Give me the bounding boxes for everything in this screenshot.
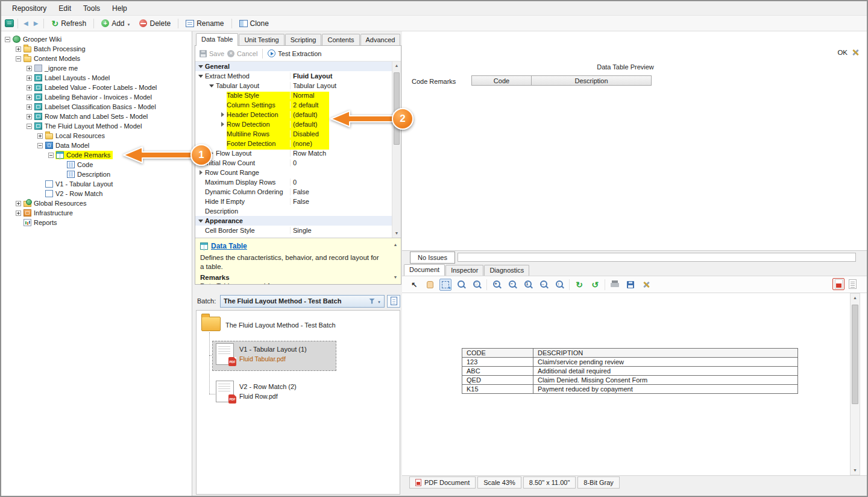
navigate-forward-icon[interactable]: ▶: [32, 20, 40, 27]
property-grid-scrollbar[interactable]: [392, 62, 401, 238]
refresh-button[interactable]: ↻Refresh: [48, 17, 90, 30]
property-value[interactable]: Disabled: [290, 130, 391, 138]
save-image-icon[interactable]: [624, 279, 637, 291]
test-extraction-button[interactable]: Test Extraction: [268, 49, 321, 57]
property-value[interactable]: False: [290, 188, 391, 195]
tree-item-labeled-value-footer-labels-model[interactable]: Labeled Value - Footer Labels - Model: [1, 83, 192, 92]
text-view-toggle-icon[interactable]: [846, 278, 858, 290]
property-row-maximum-display-rows[interactable]: Maximum Display Rows0: [195, 177, 401, 187]
help-title-link[interactable]: Data Table: [211, 242, 247, 250]
property-category-appearance[interactable]: Appearance: [195, 216, 401, 226]
batch-item-v1-tabular-layout[interactable]: PDF V1 - Tabular Layout (1)Fluid Tabular…: [216, 343, 307, 365]
refresh-view-icon[interactable]: [573, 279, 585, 291]
print-icon[interactable]: [609, 279, 621, 291]
pan-tool-icon[interactable]: [424, 279, 436, 291]
expand-icon[interactable]: [16, 211, 21, 216]
chevron-down-icon[interactable]: [198, 72, 205, 80]
chevron-right-icon[interactable]: [219, 121, 227, 128]
batch-folder-icon[interactable]: [201, 317, 221, 331]
tab-contents[interactable]: Contents: [322, 34, 359, 46]
property-value[interactable]: Single: [290, 227, 391, 234]
collapse-icon[interactable]: [27, 124, 32, 129]
rename-button[interactable]: Rename: [182, 17, 227, 30]
tab-unit-testing[interactable]: Unit Testing: [239, 34, 284, 46]
scroll-up-icon[interactable]: [851, 294, 860, 302]
property-row-footer-detection[interactable]: Footer Detection(none): [195, 139, 401, 148]
no-issues-tab[interactable]: No Issues: [410, 252, 455, 264]
property-row-description[interactable]: Description: [195, 206, 401, 216]
property-row-table-style[interactable]: Table StyleNormal: [195, 90, 401, 100]
tab-data-table[interactable]: Data Table: [196, 33, 238, 46]
scroll-up-icon[interactable]: [392, 62, 401, 70]
property-row-row-count-range[interactable]: Row Count Range: [195, 168, 401, 177]
property-value[interactable]: 0: [290, 179, 391, 186]
viewer-settings-icon[interactable]: [640, 279, 652, 291]
tab-document[interactable]: Document: [404, 264, 445, 276]
tree-item-v2-row-match[interactable]: V2 - Row Match: [1, 189, 192, 198]
property-row-column-settings[interactable]: Column Settings2 default: [195, 100, 401, 110]
tree-item-ignore-me[interactable]: _ignore me: [1, 63, 192, 73]
tree-item-infrastructure[interactable]: Infrastructure: [1, 208, 192, 218]
property-value[interactable]: 2 default: [290, 101, 391, 109]
expand-icon[interactable]: [27, 104, 32, 110]
expand-icon[interactable]: [27, 114, 32, 119]
property-value[interactable]: False: [290, 198, 391, 205]
collapse-icon[interactable]: [5, 37, 10, 42]
tree-item-global-resources[interactable]: Global Resources: [1, 198, 192, 208]
repository-tree-panel[interactable]: Grooper Wiki Batch Processing Content Mo…: [1, 31, 192, 496]
preview-column-code[interactable]: Code: [471, 75, 532, 86]
property-row-hide-if-empty[interactable]: Hide If EmptyFalse: [195, 197, 401, 206]
property-value[interactable]: (none): [290, 140, 391, 147]
tree-item-reports[interactable]: Reports: [1, 218, 192, 227]
tab-diagnostics[interactable]: Diagnostics: [484, 265, 529, 276]
pointer-tool-icon[interactable]: [408, 279, 420, 291]
batch-selector[interactable]: The Fluid Layout Method - Test Batch: [220, 295, 385, 308]
expand-icon[interactable]: [27, 95, 32, 100]
help-scrollbar[interactable]: [391, 241, 400, 282]
document-scrollbar[interactable]: [850, 293, 860, 475]
tree-item-row-match-and-label-sets-model[interactable]: Row Match and Label Sets - Model: [1, 112, 192, 121]
property-row-multiline-rows[interactable]: Multiline RowsDisabled: [195, 129, 401, 139]
menu-tools[interactable]: Tools: [77, 2, 106, 14]
collapse-icon[interactable]: [48, 153, 54, 158]
zoom-actual-size-icon[interactable]: [522, 279, 534, 291]
open-batch-button[interactable]: [387, 295, 400, 308]
navigate-back-icon[interactable]: ◀: [22, 20, 30, 27]
collapse-icon[interactable]: [37, 143, 43, 148]
property-category-general[interactable]: General: [195, 62, 401, 71]
tree-item-description[interactable]: Description: [1, 169, 192, 179]
tree-item-batch-processing[interactable]: Batch Processing: [1, 44, 192, 54]
scroll-down-icon[interactable]: [391, 273, 400, 282]
property-value[interactable]: Row Match: [290, 150, 391, 157]
property-row-initial-row-count[interactable]: Initial Row Count0: [195, 158, 401, 168]
chevron-right-icon[interactable]: [198, 169, 205, 176]
zoom-select-icon[interactable]: [455, 279, 467, 291]
batch-viewer[interactable]: The Fluid Layout Method - Test Batch PDF…: [196, 310, 400, 495]
property-value[interactable]: Fluid Layout: [290, 72, 391, 80]
batch-root-label[interactable]: The Fluid Layout Method - Test Batch: [225, 321, 336, 329]
property-row-cell-border-style[interactable]: Cell Border StyleSingle: [195, 226, 401, 235]
region-select-tool-icon[interactable]: [439, 279, 451, 291]
scroll-up-icon[interactable]: [391, 241, 400, 249]
property-value[interactable]: Tabular Layout: [290, 82, 391, 89]
add-button[interactable]: +Add: [98, 17, 134, 30]
tree-item-the-fluid-layout-method-model[interactable]: The Fluid Layout Method - Model: [1, 121, 192, 131]
tools-icon[interactable]: [851, 48, 860, 57]
zoom-window-icon[interactable]: [471, 279, 483, 291]
clone-button[interactable]: Clone: [236, 17, 272, 30]
property-row-flow-layout[interactable]: Flow LayoutRow Match: [195, 148, 401, 158]
tree-item-labelset-classification-basics-model[interactable]: Labelset Classification Basics - Model: [1, 102, 192, 112]
zoom-in-icon[interactable]: [491, 279, 503, 291]
tree-item-v1-tabular-layout[interactable]: V1 - Tabular Layout: [1, 179, 192, 189]
tab-inspector[interactable]: Inspector: [445, 265, 483, 276]
rotate-view-icon[interactable]: [589, 279, 601, 291]
tree-item-local-resources[interactable]: Local Resources: [1, 131, 192, 141]
expand-icon[interactable]: [27, 75, 32, 81]
menu-edit[interactable]: Edit: [52, 2, 77, 14]
chevron-right-icon[interactable]: [219, 111, 227, 118]
tab-scripting[interactable]: Scripting: [285, 34, 322, 46]
property-row-extract-method[interactable]: Extract MethodFluid Layout: [195, 71, 401, 81]
scrollbar-thumb[interactable]: [852, 305, 858, 404]
zoom-fit-width-icon[interactable]: [538, 279, 550, 291]
chevron-down-icon[interactable]: [209, 82, 216, 89]
